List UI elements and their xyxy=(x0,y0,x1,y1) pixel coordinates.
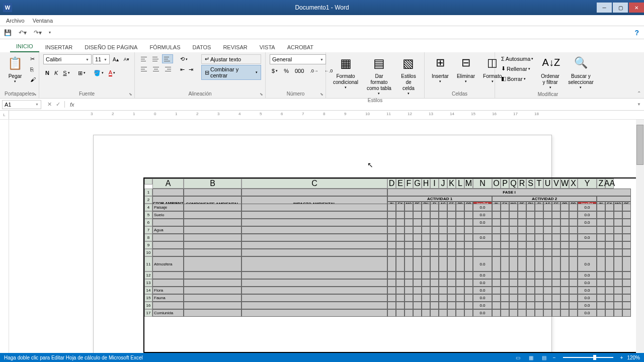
cell-C15[interactable] xyxy=(242,294,387,302)
copy-button[interactable]: ⎘ xyxy=(28,65,38,74)
cell-narrow[interactable] xyxy=(387,241,396,249)
cell-narrow[interactable] xyxy=(447,287,456,294)
decrease-font-button[interactable]: A▾ xyxy=(122,54,131,64)
cell-narrow[interactable] xyxy=(501,211,509,219)
cell-narrow[interactable] xyxy=(387,226,396,234)
cell-narrow[interactable] xyxy=(387,279,396,287)
tab-acrobat[interactable]: ACROBAT xyxy=(281,42,319,52)
collapse-ribbon-button[interactable]: ⌃ xyxy=(637,90,641,96)
cell-narrow[interactable] xyxy=(518,279,526,287)
cell-narrow[interactable] xyxy=(405,256,413,272)
tab-datos[interactable]: DATOS xyxy=(187,42,217,52)
cell-narrow[interactable] xyxy=(509,309,518,317)
col-header-K[interactable]: K xyxy=(447,178,456,189)
cell-narrow[interactable] xyxy=(396,272,405,279)
cell-imptot-val[interactable] xyxy=(473,226,492,234)
cell-narrow[interactable] xyxy=(535,249,543,256)
cell-narrow[interactable] xyxy=(526,272,535,279)
cell-narrow[interactable] xyxy=(518,234,526,241)
cell-narrow[interactable] xyxy=(430,294,439,302)
cell-narrow[interactable] xyxy=(560,211,569,219)
zoom-value[interactable]: 120% xyxy=(627,355,640,360)
cell-narrow[interactable] xyxy=(439,219,447,226)
scroll-thumb[interactable] xyxy=(636,125,643,165)
cell-narrow[interactable] xyxy=(396,249,405,256)
cell-narrow[interactable] xyxy=(509,249,518,256)
cell-C10[interactable] xyxy=(242,249,387,256)
cell-narrow[interactable] xyxy=(560,241,569,249)
cell-C4[interactable] xyxy=(242,204,387,211)
cell-narrow[interactable] xyxy=(405,234,413,241)
tab-vista[interactable]: VISTA xyxy=(254,42,281,52)
row-header-13[interactable]: 13 xyxy=(144,279,152,287)
cell-narrow[interactable] xyxy=(387,219,396,226)
col-header-J[interactable]: J xyxy=(439,178,447,189)
cell-narrow[interactable] xyxy=(526,287,535,294)
dialog-launcher-fuente[interactable]: ⬊ xyxy=(127,91,133,97)
cell-imptot-val[interactable]: 0.0 xyxy=(578,294,597,302)
cell-narrow[interactable] xyxy=(552,204,560,211)
cell-narrow[interactable] xyxy=(422,249,430,256)
cell-narrow[interactable] xyxy=(447,204,456,211)
col-header-M[interactable]: M xyxy=(464,178,473,189)
row-header-1[interactable]: 1 xyxy=(144,189,152,196)
cell-imptot-val[interactable]: 0.0 xyxy=(473,287,492,294)
cell-narrow[interactable] xyxy=(518,294,526,302)
percent-button[interactable]: % xyxy=(282,66,291,75)
view-web-button[interactable]: ▤ xyxy=(540,354,549,361)
cell-narrow[interactable] xyxy=(422,279,430,287)
cell-narrow[interactable] xyxy=(447,211,456,219)
cell-narrow[interactable] xyxy=(569,309,578,317)
cell-narrow[interactable] xyxy=(430,219,439,226)
cell-narrow[interactable] xyxy=(447,249,456,256)
cell-B8[interactable] xyxy=(184,234,242,241)
font-size-combo[interactable]: 11▼ xyxy=(93,54,110,64)
cell-narrow[interactable] xyxy=(387,302,396,309)
row-header-6[interactable]: 6 xyxy=(144,219,152,226)
cell-imptot-val[interactable]: 0.0 xyxy=(473,256,492,272)
cell-A14[interactable]: Flora xyxy=(152,287,184,294)
cell-narrow[interactable] xyxy=(456,234,464,241)
document-workspace[interactable]: ABCDEFGHIJKLMNOPQRSTUVWXYZAA1FASE I2FACT… xyxy=(0,120,644,353)
cell-styles-button[interactable]: ▧Estilos de celda▾ xyxy=(397,54,420,98)
cell-imptot-val[interactable]: 0.0 xyxy=(578,256,597,272)
cell-narrow[interactable] xyxy=(413,204,422,211)
cell-narrow[interactable] xyxy=(501,204,509,211)
cell-narrow[interactable] xyxy=(447,302,456,309)
cell-narrow[interactable] xyxy=(501,302,509,309)
cell-narrow[interactable] xyxy=(492,219,501,226)
cell-narrow[interactable] xyxy=(560,272,569,279)
cell-C5[interactable] xyxy=(242,211,387,219)
cell-narrow[interactable] xyxy=(569,279,578,287)
clear-button[interactable]: ◧ Borrar▾ xyxy=(499,74,535,83)
cell-narrow[interactable] xyxy=(456,249,464,256)
cell-narrow[interactable] xyxy=(501,241,509,249)
cell-narrow[interactable] xyxy=(464,241,473,249)
cell-narrow[interactable] xyxy=(560,309,569,317)
cell-narrow[interactable] xyxy=(439,234,447,241)
cell-narrow[interactable] xyxy=(552,211,560,219)
cell-narrow[interactable] xyxy=(464,211,473,219)
col-header-I[interactable]: I xyxy=(430,178,439,189)
cell-narrow[interactable] xyxy=(535,309,543,317)
cell-narrow[interactable] xyxy=(543,204,552,211)
zoom-out-button[interactable]: − xyxy=(553,355,556,360)
cell-imptot-val[interactable]: 0.0 xyxy=(578,272,597,279)
increase-decimal-button[interactable]: .0→ xyxy=(308,66,320,75)
cell-narrow[interactable] xyxy=(413,226,422,234)
cell-narrow[interactable] xyxy=(543,279,552,287)
cell-narrow[interactable] xyxy=(430,226,439,234)
align-right-button[interactable] xyxy=(162,64,173,73)
cell-narrow[interactable] xyxy=(509,287,518,294)
cell-A1[interactable] xyxy=(152,189,184,196)
cell-narrow[interactable] xyxy=(464,279,473,287)
cell-narrow[interactable] xyxy=(509,294,518,302)
cell-narrow[interactable] xyxy=(464,294,473,302)
cell-narrow[interactable] xyxy=(526,241,535,249)
cell-narrow[interactable] xyxy=(387,272,396,279)
cell-A6[interactable] xyxy=(152,219,184,226)
cell-imptot-val[interactable]: 0.0 xyxy=(473,234,492,241)
name-box[interactable]: A1▼ xyxy=(2,100,41,109)
cell-narrow[interactable] xyxy=(387,204,396,211)
cell-narrow[interactable] xyxy=(447,272,456,279)
